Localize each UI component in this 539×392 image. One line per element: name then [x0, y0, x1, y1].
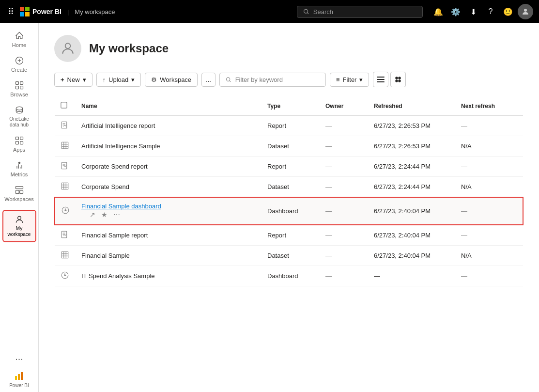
upload-chevron: ▾	[131, 76, 135, 83]
sidebar-item-browse[interactable]: Browse	[2, 77, 36, 101]
search-bar[interactable]	[297, 6, 423, 18]
upload-button[interactable]: ↑ Upload ▾	[96, 73, 141, 87]
new-label: New	[67, 76, 80, 83]
sidebar-item-metrics[interactable]: Metrics	[2, 157, 36, 181]
grid-view-button[interactable]	[390, 72, 406, 87]
svg-rect-49	[62, 183, 68, 189]
col-header-nextrefresh: Next refresh	[455, 97, 523, 115]
row-type-cell: Dashboard	[262, 197, 320, 225]
microsoft-logo: Power BI	[20, 7, 62, 16]
sidebar-item-create[interactable]: Create	[2, 52, 36, 77]
row-nextrefresh-cell: —	[455, 266, 523, 286]
row-name-cell: Financial Sample	[76, 246, 262, 266]
sidebar: Home Create Browse OneLakedata hub Apps	[0, 23, 39, 392]
item-name: Financial Sample report	[81, 232, 148, 239]
nav-separator: |	[67, 8, 69, 16]
table-row: Financial Sample report Report — 6/27/23…	[55, 225, 523, 246]
row-type-cell: Report	[262, 115, 320, 136]
row-refreshed-cell: 6/27/23, 2:26:53 PM	[368, 136, 455, 157]
sidebar-item-workspaces[interactable]: Workspaces	[2, 181, 36, 206]
svg-rect-22	[19, 190, 23, 194]
browse-icon	[15, 80, 24, 90]
svg-rect-41	[62, 142, 68, 149]
sidebar-item-home[interactable]: Home	[2, 27, 36, 52]
share-icon[interactable]: ↗	[89, 210, 96, 220]
svg-point-65	[64, 275, 65, 276]
row-name-cell: Artificial Intelligence report	[76, 115, 262, 136]
item-name: Financial Sample	[81, 252, 130, 259]
row-icon-cell	[55, 157, 76, 177]
notification-icon[interactable]: 🔔	[431, 4, 446, 19]
table-row: Artificial Intelligence Sample Dataset —…	[55, 136, 523, 157]
row-nextrefresh-cell: —	[455, 197, 523, 225]
feedback-icon[interactable]: 🙂	[500, 4, 516, 19]
settings-icon[interactable]: ⚙️	[448, 4, 463, 19]
sidebar-item-onelake[interactable]: OneLakedata hub	[2, 101, 36, 132]
sidebar-powerbi: Power BI	[9, 370, 29, 388]
filter-chevron: ▾	[359, 76, 363, 83]
svg-point-6	[524, 9, 527, 12]
workspace-button[interactable]: ⚙ Workspace	[145, 73, 198, 87]
row-refreshed-cell: 6/27/23, 2:40:04 PM	[368, 197, 455, 225]
workspace-more-button[interactable]: ...	[201, 73, 216, 87]
workspace-more-icon: ...	[206, 76, 211, 83]
favorite-icon[interactable]: ★	[100, 210, 108, 220]
row-icon-cell	[55, 136, 76, 157]
row-nextrefresh-cell: —	[455, 225, 523, 246]
svg-rect-24	[15, 376, 17, 380]
sidebar-item-apps[interactable]: Apps	[2, 132, 36, 157]
svg-rect-21	[15, 190, 19, 194]
col-header-name[interactable]: Name	[76, 97, 262, 115]
download-icon[interactable]: ⬇	[465, 4, 481, 19]
report-icon	[61, 230, 69, 239]
filter-input[interactable]	[235, 76, 320, 83]
user-avatar[interactable]	[518, 4, 533, 19]
row-icon-cell	[55, 266, 76, 286]
search-input[interactable]	[313, 8, 416, 16]
row-icon-cell	[55, 197, 76, 225]
row-owner-cell: —	[320, 266, 368, 286]
row-icon-cell	[55, 246, 76, 266]
row-name-cell: Corporate Spend	[76, 177, 262, 198]
list-view-button[interactable]	[373, 72, 388, 87]
metrics-icon	[15, 160, 24, 170]
col-header-icon[interactable]	[55, 97, 76, 115]
svg-rect-0	[20, 7, 24, 11]
workspaces-icon	[15, 185, 24, 195]
filter-button[interactable]: ≡ Filter ▾	[330, 73, 369, 87]
row-type-cell: Dataset	[262, 246, 320, 266]
dashboard-icon	[61, 271, 69, 280]
sidebar-more[interactable]: ...	[11, 347, 27, 366]
sidebar-item-myworkspace[interactable]: Myworkspace	[2, 210, 36, 242]
waffle-menu[interactable]: ⠿	[6, 4, 16, 19]
table-row: Artificial Intelligence report Report — …	[55, 115, 523, 136]
new-button[interactable]: + New ▾	[54, 73, 92, 87]
more-icon[interactable]: ⋯	[112, 210, 121, 220]
svg-rect-32	[377, 81, 385, 82]
svg-rect-17	[15, 141, 18, 144]
row-owner-cell: —	[320, 225, 368, 246]
table-row: Financial Sample dashboard ↗ ★ ⋯ Dashboa…	[55, 197, 523, 225]
home-icon	[15, 31, 24, 41]
col-header-refreshed: Refreshed	[368, 97, 455, 115]
row-owner-cell: —	[320, 136, 368, 157]
row-refreshed-cell: —	[368, 266, 455, 286]
grid-view-icon	[394, 76, 402, 83]
row-refreshed-cell: 6/27/23, 2:40:04 PM	[368, 225, 455, 246]
new-chevron: ▾	[83, 76, 86, 83]
help-icon[interactable]: ?	[483, 4, 498, 19]
row-nextrefresh-cell: —	[455, 115, 523, 136]
dataset-icon	[61, 141, 69, 150]
sidebar-apps-label: Apps	[13, 147, 25, 153]
row-icon-cell	[55, 177, 76, 198]
row-nextrefresh-cell: N/A	[455, 246, 523, 266]
apps-icon	[15, 136, 24, 145]
svg-rect-31	[377, 79, 385, 80]
list-view-icon	[377, 76, 385, 83]
item-name-link[interactable]: Financial Sample dashboard	[81, 203, 161, 210]
dashboard-icon	[61, 206, 70, 215]
svg-point-34	[399, 77, 400, 79]
sidebar-myworkspace-label: Myworkspace	[8, 226, 31, 237]
svg-rect-1	[25, 7, 30, 11]
filter-input-wrapper[interactable]	[219, 73, 326, 87]
